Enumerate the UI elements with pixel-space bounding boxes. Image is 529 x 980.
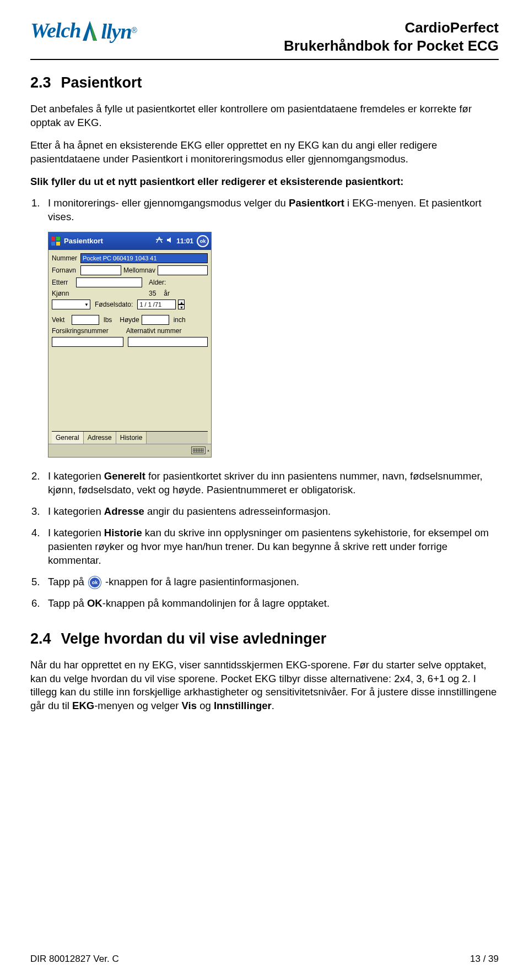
lbl-fornavn: Fornavn: [52, 266, 78, 274]
step6-a: Tapp på: [48, 597, 87, 609]
section-23-para2: Etter å ha åpnet en eksisterende EKG ell…: [30, 139, 499, 166]
windows-start-icon[interactable]: [50, 235, 62, 247]
doc-title-line1: CardioPerfect: [284, 19, 499, 37]
ppc-system-tray: 11:01 ok: [155, 235, 209, 247]
step-2: 2. I kategorien Generelt for pasientkort…: [48, 470, 499, 497]
lbl-nummer: Nummer: [52, 254, 78, 262]
section-23-title: Pasientkort: [61, 74, 142, 91]
logo-registered: ®: [132, 26, 137, 35]
lbl-kjonn: Kjønn: [52, 290, 74, 297]
input-hoyde[interactable]: [142, 315, 169, 325]
step-1: 1. I monitorerings- eller gjennomgangsmo…: [48, 197, 499, 224]
ppc-window-title: Pasientkort: [64, 237, 155, 245]
svg-rect-1: [56, 237, 60, 241]
ppc-commandbar: [48, 444, 211, 457]
tab-adresse[interactable]: Adresse: [84, 432, 116, 444]
svg-rect-0: [51, 237, 55, 241]
logo-allyn-icon: [80, 20, 99, 47]
step1-text-a: I monitorerings- eller gjennomgangsmodus…: [48, 197, 289, 209]
input-vekt[interactable]: [72, 315, 99, 325]
tab-general[interactable]: General: [52, 432, 84, 444]
step2-a: I kategorien: [48, 470, 104, 482]
brand-logo: Welch llyn ®: [30, 17, 137, 43]
s24-e: og: [197, 700, 214, 711]
lbl-hoyde: Høyde: [120, 316, 139, 324]
step2-b: Generelt: [104, 470, 145, 482]
step3-b: Adresse: [104, 505, 144, 517]
inline-ok-icon: ok: [89, 576, 101, 589]
dropdown-kjonn[interactable]: [52, 300, 90, 309]
input-mellomnavn[interactable]: [158, 265, 208, 275]
lbl-altnummer: Alternativt nummer: [126, 327, 182, 335]
s24-f: Innstillinger: [214, 700, 272, 711]
ppc-titlebar: Pasientkort 11:01 ok: [48, 232, 211, 250]
s24-g: .: [272, 700, 274, 711]
lbl-forsikring: Forsikringsnummer: [52, 327, 109, 335]
s24-d: Vis: [182, 700, 197, 711]
doc-title-line2: Brukerhåndbok for Pocket ECG: [284, 37, 499, 55]
section-23-boldline: Slik fyller du ut et nytt pasientkort el…: [30, 175, 499, 189]
section-23-num: 2.3: [30, 74, 51, 91]
s24-b: EKG: [72, 700, 94, 711]
input-etternavn[interactable]: [76, 277, 142, 287]
step5-a: Tapp på: [48, 576, 87, 587]
logo-text-llyn: llyn: [101, 19, 131, 43]
step3-c: angir du pasientens adresseinformasjon.: [144, 505, 331, 517]
s24-c: -menyen og velger: [94, 700, 181, 711]
section-24-heading: 2.4Velge hvordan du vil vise avledninger: [30, 630, 499, 647]
lbl-fodselsdato: Fødselsdato:: [95, 301, 133, 308]
section-24-title: Velge hvordan du vil vise avledninger: [61, 630, 327, 647]
keyboard-icon[interactable]: [191, 447, 206, 454]
lbl-vekt: Vekt: [52, 316, 69, 324]
step-6: 6. Tapp på OK-knappen på kommandolinjen …: [48, 597, 499, 611]
footer-doc-id: DIR 80012827 Ver. C: [30, 954, 119, 965]
input-altnummer[interactable]: [128, 337, 208, 347]
step6-b: OK: [87, 597, 102, 609]
lbl-mellomnavn: Mellomnav: [123, 266, 155, 274]
val-fodselsdato: 1 / 1 /71: [139, 301, 161, 308]
input-forsikring[interactable]: [52, 337, 123, 347]
connectivity-icon[interactable]: [155, 237, 163, 245]
step4-a: I kategorien: [48, 527, 104, 538]
svg-rect-2: [51, 242, 55, 246]
step-3: 3. I kategorien Adresse angir du pasient…: [48, 505, 499, 519]
ppc-clock[interactable]: 11:01: [176, 237, 193, 245]
step-4: 4. I kategorien Historie kan du skrive i…: [48, 526, 499, 568]
ppc-ok-button[interactable]: ok: [197, 235, 209, 247]
step4-b: Historie: [104, 527, 142, 538]
unit-alder: år: [164, 290, 170, 297]
ppc-tabstrip: General Adresse Historie: [52, 431, 208, 444]
doc-title: CardioPerfect Brukerhåndbok for Pocket E…: [284, 17, 499, 55]
page-header: Welch llyn ® CardioPerfect Brukerhåndbok…: [30, 17, 499, 60]
step5-b: -knappen for å lagre pasientinformasjone…: [102, 576, 299, 587]
unit-vekt: lbs: [104, 316, 112, 324]
svg-rect-3: [56, 242, 60, 246]
val-alder: 35: [149, 290, 156, 297]
step3-a: I kategorien: [48, 505, 104, 517]
section-24-num: 2.4: [30, 630, 51, 647]
input-fornavn[interactable]: [80, 265, 121, 275]
footer-page-number: 13 / 39: [470, 954, 499, 965]
tab-historie[interactable]: Historie: [116, 432, 147, 444]
speaker-icon[interactable]: [166, 237, 173, 245]
step1-text-b: Pasientkort: [289, 197, 344, 209]
unit-hoyde: inch: [174, 316, 186, 324]
input-fodselsdato[interactable]: 1 / 1 /71: [137, 300, 176, 309]
page-footer: DIR 80012827 Ver. C 13 / 39: [30, 954, 499, 965]
spinner-fodselsdato[interactable]: ▲▼: [178, 300, 185, 309]
section-23-heading: 2.3Pasientkort: [30, 74, 499, 91]
lbl-alder: Alder:: [149, 279, 166, 286]
lbl-etternavn: Etterr: [52, 279, 74, 286]
pocketpc-screenshot: Pasientkort 11:01 ok Nummer Pocket PC 06…: [48, 232, 212, 458]
input-nummer[interactable]: Pocket PC 060419 1043 41: [80, 253, 208, 263]
step-5: 5. Tapp på ok -knappen for å lagre pasie…: [48, 575, 499, 589]
step6-c: -knappen på kommandolinjen for å lagre o…: [102, 597, 330, 609]
section-23-para1: Det anbefales å fylle ut pasientkortet e…: [30, 102, 499, 130]
section-24-para: Når du har opprettet en ny EKG, viser sa…: [30, 658, 499, 714]
logo-text-welch: Welch: [30, 18, 80, 42]
val-nummer: Pocket PC 060419 1043 41: [83, 255, 157, 262]
